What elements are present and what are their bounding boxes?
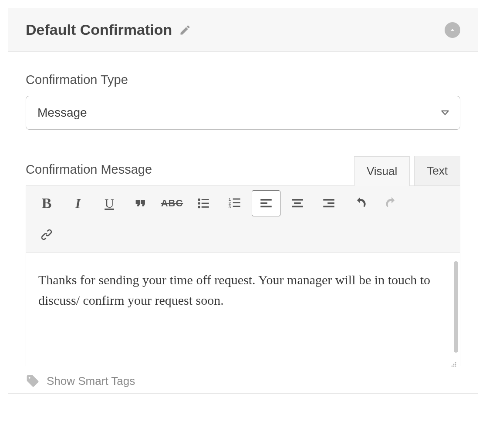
svg-point-1 (198, 202, 200, 205)
svg-point-25 (453, 364, 455, 365)
editor-tabs: Visual Text (354, 156, 460, 185)
svg-rect-10 (233, 202, 240, 203)
tab-text[interactable]: Text (414, 156, 460, 185)
svg-rect-5 (202, 206, 209, 208)
link-button[interactable] (32, 222, 61, 248)
svg-rect-12 (260, 199, 272, 201)
confirmation-type-select-wrap: Message (26, 96, 460, 130)
bullet-list-button[interactable] (189, 190, 218, 216)
undo-button[interactable] (346, 190, 375, 216)
svg-rect-13 (260, 202, 267, 204)
editor-text: Thanks for sending your time off request… (38, 273, 430, 307)
panel-header: Default Confirmation (8, 8, 478, 52)
tab-visual[interactable]: Visual (354, 156, 410, 186)
svg-rect-16 (294, 202, 301, 204)
align-right-button[interactable] (314, 190, 343, 216)
panel-title: Default Confirmation (26, 21, 172, 38)
svg-rect-4 (202, 203, 209, 204)
align-center-button[interactable] (283, 190, 312, 216)
svg-rect-3 (202, 199, 209, 200)
resize-handle-icon[interactable] (447, 354, 457, 364)
svg-point-2 (198, 206, 200, 209)
svg-point-22 (453, 366, 455, 367)
numbered-list-button[interactable]: 123 (220, 190, 249, 216)
edit-title-icon[interactable] (179, 24, 191, 36)
svg-point-21 (455, 366, 456, 367)
svg-text:3: 3 (229, 204, 231, 209)
svg-rect-18 (323, 199, 334, 201)
confirmation-type-select[interactable]: Message (26, 96, 460, 130)
strikethrough-button[interactable]: ABC (158, 190, 186, 216)
svg-point-0 (198, 199, 200, 201)
redo-button[interactable] (377, 190, 406, 216)
svg-point-26 (455, 362, 456, 364)
confirmation-type-field: Confirmation Type Message (26, 73, 460, 130)
tag-icon (26, 374, 40, 388)
align-left-button[interactable] (252, 190, 280, 216)
confirmation-panel: Default Confirmation Confirmation Type M… (8, 8, 478, 394)
svg-rect-19 (327, 202, 334, 204)
italic-button[interactable]: I (64, 190, 92, 216)
svg-rect-15 (292, 199, 303, 201)
confirmation-type-label: Confirmation Type (26, 73, 460, 87)
bold-button[interactable]: B (32, 190, 61, 216)
blockquote-button[interactable] (126, 190, 155, 216)
rich-text-editor: B I U ABC 123 (26, 185, 460, 366)
collapse-toggle[interactable] (445, 22, 460, 38)
svg-rect-11 (233, 206, 240, 207)
svg-point-24 (455, 364, 456, 365)
svg-rect-14 (260, 206, 272, 208)
underline-button[interactable]: U (95, 190, 124, 216)
svg-rect-9 (233, 199, 240, 200)
panel-title-wrap: Default Confirmation (26, 21, 191, 38)
editor-content[interactable]: Thanks for sending your time off request… (26, 253, 460, 366)
show-smart-tags-link[interactable]: Show Smart Tags (47, 374, 135, 388)
confirmation-message-label: Confirmation Message (26, 162, 152, 185)
message-header: Confirmation Message Visual Text (26, 156, 460, 185)
scrollbar-thumb[interactable] (454, 261, 458, 353)
editor-toolbar: B I U ABC 123 (26, 186, 460, 253)
smart-tags-row: Show Smart Tags (26, 374, 460, 388)
svg-rect-17 (292, 206, 303, 208)
confirmation-message-field: Confirmation Message Visual Text B I U A… (26, 156, 460, 388)
svg-point-23 (452, 366, 453, 367)
panel-body: Confirmation Type Message Confirmation M… (8, 52, 478, 393)
svg-rect-20 (323, 206, 334, 208)
